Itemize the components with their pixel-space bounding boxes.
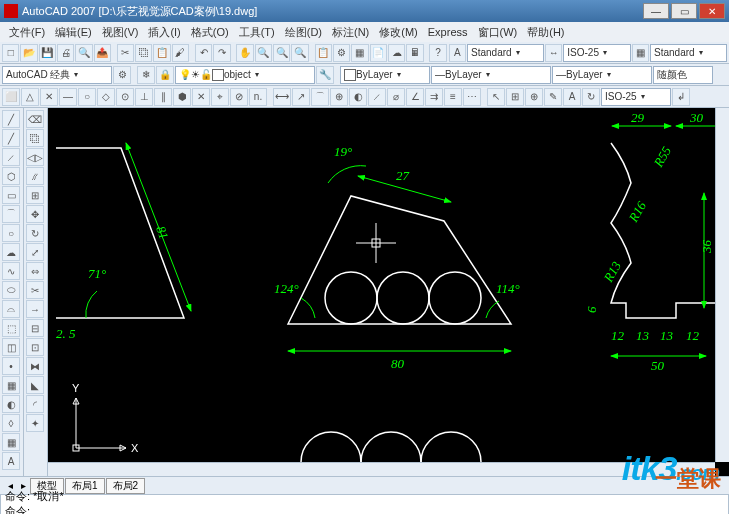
osnap-par-icon[interactable]: ∥ <box>154 88 172 106</box>
osnap-ext-icon[interactable]: — <box>59 88 77 106</box>
menu-view[interactable]: 视图(V) <box>97 25 144 40</box>
menu-window[interactable]: 窗口(W) <box>473 25 523 40</box>
menu-dimension[interactable]: 标注(N) <box>327 25 374 40</box>
extend-icon[interactable]: → <box>26 300 44 318</box>
drawing-canvas[interactable]: 81 71° 2. 5 27 <box>48 108 729 476</box>
pan-icon[interactable]: ✋ <box>236 44 253 62</box>
osnap-cen-icon[interactable]: ○ <box>78 88 96 106</box>
point-icon[interactable]: • <box>2 357 20 375</box>
plot-preview-icon[interactable]: 🔍 <box>75 44 92 62</box>
horizontal-scrollbar[interactable] <box>48 462 715 476</box>
break-icon[interactable]: ⊡ <box>26 338 44 356</box>
zoom-prev-icon[interactable]: 🔍 <box>291 44 308 62</box>
markup-icon[interactable]: ☁ <box>388 44 405 62</box>
ellipse-arc-icon[interactable]: ⌓ <box>2 300 20 318</box>
bycolor-combo[interactable]: 随颜色 <box>653 66 713 84</box>
xline-icon[interactable]: ╱ <box>2 129 20 147</box>
menu-format[interactable]: 格式(O) <box>186 25 234 40</box>
dim-ang-icon[interactable]: ∠ <box>406 88 424 106</box>
cut-icon[interactable]: ✂ <box>117 44 134 62</box>
menu-help[interactable]: 帮助(H) <box>522 25 569 40</box>
close-button[interactable]: ✕ <box>699 3 725 19</box>
osnap-set-icon[interactable]: n. <box>249 88 267 106</box>
layer-freeze-icon[interactable]: ❄ <box>137 66 155 84</box>
osnap-mid-icon[interactable]: △ <box>21 88 39 106</box>
dim-edit-icon[interactable]: ✎ <box>544 88 562 106</box>
paste-icon[interactable]: 📋 <box>153 44 170 62</box>
dim-tol-icon[interactable]: ⊞ <box>506 88 524 106</box>
menu-tools[interactable]: 工具(T) <box>234 25 280 40</box>
text-style-icon[interactable]: A <box>449 44 466 62</box>
minimize-button[interactable]: — <box>643 3 669 19</box>
copy-obj-icon[interactable]: ⿻ <box>26 129 44 147</box>
rotate-icon[interactable]: ↻ <box>26 224 44 242</box>
redo-icon[interactable]: ↷ <box>213 44 230 62</box>
spline-icon[interactable]: ∿ <box>2 262 20 280</box>
erase-icon[interactable]: ⌫ <box>26 110 44 128</box>
workspace-settings-icon[interactable]: ⚙ <box>113 66 131 84</box>
menu-file[interactable]: 文件(F) <box>4 25 50 40</box>
dim-ord-icon[interactable]: ⊕ <box>330 88 348 106</box>
design-center-icon[interactable]: ⚙ <box>333 44 350 62</box>
osnap-tan-icon[interactable]: ⊙ <box>116 88 134 106</box>
new-icon[interactable]: □ <box>2 44 19 62</box>
undo-icon[interactable]: ↶ <box>195 44 212 62</box>
pline-icon[interactable]: ⟋ <box>2 148 20 166</box>
polygon-icon[interactable]: ⬡ <box>2 167 20 185</box>
stretch-icon[interactable]: ⇔ <box>26 262 44 280</box>
line-icon[interactable]: ╱ <box>2 110 20 128</box>
print-icon[interactable]: 🖨 <box>57 44 74 62</box>
circle-icon[interactable]: ○ <box>2 224 20 242</box>
mirror-icon[interactable]: ◁▷ <box>26 148 44 166</box>
open-icon[interactable]: 📂 <box>20 44 37 62</box>
chamfer-icon[interactable]: ◣ <box>26 376 44 394</box>
layer-state-icon[interactable]: 🔧 <box>316 66 334 84</box>
explode-icon[interactable]: ✦ <box>26 414 44 432</box>
dim-tedit-icon[interactable]: A <box>563 88 581 106</box>
dim-center-icon[interactable]: ⊕ <box>525 88 543 106</box>
zoom-win-icon[interactable]: 🔍 <box>273 44 290 62</box>
hatch-icon[interactable]: ▦ <box>2 376 20 394</box>
properties-icon[interactable]: 📋 <box>315 44 332 62</box>
dim-dia-icon[interactable]: ⌀ <box>387 88 405 106</box>
region-icon[interactable]: ◊ <box>2 414 20 432</box>
osnap-int-icon[interactable]: ✕ <box>40 88 58 106</box>
dim-base-icon[interactable]: ≡ <box>444 88 462 106</box>
table-style-combo[interactable]: Standard▾ <box>650 44 727 62</box>
array-icon[interactable]: ⊞ <box>26 186 44 204</box>
maximize-button[interactable]: ▭ <box>671 3 697 19</box>
dim-jog-icon[interactable]: ⟋ <box>368 88 386 106</box>
fillet-icon[interactable]: ◜ <box>26 395 44 413</box>
trim-icon[interactable]: ✂ <box>26 281 44 299</box>
dim-update-icon[interactable]: ↻ <box>582 88 600 106</box>
dim-quick-icon[interactable]: ⇉ <box>425 88 443 106</box>
dim-override-icon[interactable]: ↲ <box>672 88 690 106</box>
calc-icon[interactable]: 🖩 <box>406 44 423 62</box>
table-icon[interactable]: ▦ <box>2 433 20 451</box>
tool-palettes-icon[interactable]: ▦ <box>351 44 368 62</box>
menu-edit[interactable]: 编辑(E) <box>50 25 97 40</box>
zoom-rt-icon[interactable]: 🔍 <box>255 44 272 62</box>
arc-icon[interactable]: ⌒ <box>2 205 20 223</box>
menu-draw[interactable]: 绘图(D) <box>280 25 327 40</box>
osnap-ins-icon[interactable]: ⬢ <box>173 88 191 106</box>
menu-insert[interactable]: 插入(I) <box>143 25 185 40</box>
sheetset-icon[interactable]: 📄 <box>370 44 387 62</box>
mtext-icon[interactable]: A <box>2 452 20 470</box>
make-block-icon[interactable]: ◫ <box>2 338 20 356</box>
dim-arc-icon[interactable]: ⌒ <box>311 88 329 106</box>
revcloud-icon[interactable]: ☁ <box>2 243 20 261</box>
save-icon[interactable]: 💾 <box>39 44 56 62</box>
osnap-non-icon[interactable]: ⊘ <box>230 88 248 106</box>
workspace-combo[interactable]: AutoCAD 经典▾ <box>2 66 112 84</box>
osnap-per-icon[interactable]: ⊥ <box>135 88 153 106</box>
break-pt-icon[interactable]: ⊟ <box>26 319 44 337</box>
lineweight-combo[interactable]: — ByLayer▾ <box>552 66 652 84</box>
osnap-nod-icon[interactable]: ✕ <box>192 88 210 106</box>
match-icon[interactable]: 🖌 <box>172 44 189 62</box>
ellipse-icon[interactable]: ⬭ <box>2 281 20 299</box>
color-combo[interactable]: ByLayer▾ <box>340 66 430 84</box>
gradient-icon[interactable]: ◐ <box>2 395 20 413</box>
command-line[interactable]: 命令: *取消* 命令: <box>0 494 729 514</box>
move-icon[interactable]: ✥ <box>26 205 44 223</box>
